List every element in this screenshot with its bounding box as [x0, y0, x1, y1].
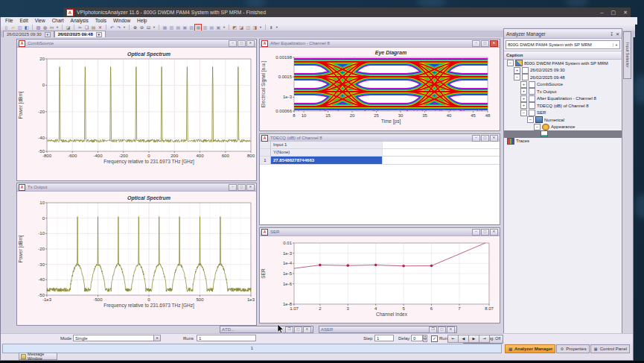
tree-expander-icon[interactable]: + [520, 88, 527, 95]
paste-icon[interactable]: ▤ [90, 25, 96, 31]
trace-style-2-icon[interactable]: ◪ [238, 25, 244, 31]
print-icon[interactable]: ▭ [49, 25, 55, 31]
chart-wizard-icon[interactable]: ▧ [36, 25, 42, 31]
tree-item-tdecq-db-of-channel-8[interactable]: +TDECQ (dB) of Channel 8 [504, 102, 622, 110]
panel-minimize-button[interactable]: – [472, 229, 480, 236]
search-icon[interactable]: ◍ [42, 25, 48, 31]
zoom-fit-icon[interactable]: ⊡ [145, 25, 151, 31]
toolbar-overflow-arrow[interactable]: ▼ [259, 25, 262, 29]
layout-2x1-icon[interactable]: ▥ [168, 25, 174, 31]
window-maximize-button[interactable]: ▢ [611, 10, 616, 16]
tree-expander-icon[interactable]: + [514, 67, 520, 74]
minimized-close-button[interactable]: ✕ [447, 326, 455, 333]
undo-icon[interactable]: ↶ [109, 25, 115, 31]
analyzer-manager-titlebar[interactable]: Analyzer Manager ↧ ✕ [504, 29, 622, 39]
layout-tile-icon[interactable]: ▦ [195, 25, 201, 31]
layout-cascade-icon[interactable]: ▥ [202, 25, 208, 31]
menu-file[interactable]: File [5, 18, 13, 23]
trace-style-3-icon[interactable]: ◫ [245, 25, 251, 31]
caption-column-header[interactable]: Caption [504, 51, 622, 60]
run-checkbox[interactable]: ✓ [431, 335, 438, 342]
tree-item-800g-dwdm-pam4-system-with-sp-mrm[interactable]: −800G DWDM PAM4 System with SP MRM [504, 60, 622, 67]
panel-close-button[interactable]: ✕ [490, 40, 498, 47]
layout-2x2-icon[interactable]: ▣ [182, 25, 188, 31]
tree-checkbox[interactable] [529, 95, 535, 102]
layout-vertical-icon[interactable]: ▣ [215, 25, 221, 31]
menu-edit[interactable]: Edit [19, 18, 28, 23]
panel-maximize-button[interactable]: ▢ [481, 135, 489, 142]
trace-style-4-icon[interactable]: ◨ [252, 25, 258, 31]
minimized-window-tdecq[interactable]: ATD...❐▢✕ [220, 326, 313, 333]
panel-minimize-button[interactable]: – [472, 40, 480, 47]
delay-spinner[interactable]: ▲▼ [423, 335, 427, 341]
panel-maximize-button[interactable]: ▢ [237, 40, 246, 47]
tree-checkbox[interactable] [522, 74, 529, 81]
toolbar-overflow-arrow[interactable]: ▼ [153, 25, 156, 29]
tree-checkbox[interactable] [529, 110, 535, 116]
tree-item-selected[interactable] [504, 130, 622, 138]
panel-close-button[interactable]: ✕ [490, 229, 498, 236]
runs-input[interactable]: 1 [197, 335, 256, 341]
dock-tab-control-panel[interactable]: ▦Control Panel [590, 344, 630, 353]
mode-dropdown[interactable]: Single ▼ [73, 335, 161, 341]
tree-expander-icon[interactable]: − [514, 74, 520, 81]
run-forward-button[interactable]: ▶ [468, 335, 479, 343]
panel-maximize-button[interactable]: ▢ [237, 184, 246, 191]
dock-tab-analyzer-manager[interactable]: ▤Analyzer Manager [505, 344, 555, 353]
tree-item-traces[interactable]: Traces [504, 138, 622, 145]
tree-item-26-02-2025-09-30[interactable]: +26/02/2025 09:30 [504, 67, 622, 75]
input-selector-tab[interactable]: Input Selector [623, 31, 631, 79]
tree-item-tx-output[interactable]: +Tx Output [504, 88, 622, 95]
panel-close-button[interactable]: ✕ [246, 40, 255, 47]
tree-item-ser[interactable]: −SER [504, 110, 622, 117]
save-workspace-icon[interactable]: ◧ [24, 25, 30, 31]
minimized-restore-button[interactable]: ❐ [429, 326, 437, 333]
save-icon[interactable]: ◫ [17, 25, 23, 31]
minimized-maximize-button[interactable]: ▢ [294, 326, 302, 333]
zoom-in-icon[interactable]: ⊕ [132, 25, 138, 31]
panel-maximize-button[interactable]: ▢ [481, 229, 489, 236]
menu-tools[interactable]: Tools [95, 18, 106, 23]
close-icon[interactable]: ✕ [616, 31, 619, 37]
tree-expander-icon[interactable]: − [507, 60, 514, 66]
panel-minimize-button[interactable]: – [229, 40, 237, 47]
app-titlebar[interactable]: A VPIphotonicsAnalyzer 11.6 - 800G DWDM … [63, 7, 631, 17]
tdecq-value-cell[interactable]: 27.85486278744663 [271, 157, 383, 164]
menu-help[interactable]: Help [137, 18, 147, 23]
tree-checkbox[interactable] [522, 67, 529, 74]
tree-item-appearance[interactable]: −Appearance [504, 124, 622, 131]
window-close-button[interactable]: ✕ [623, 10, 628, 16]
toolbar-overflow-arrow[interactable]: ▼ [275, 25, 278, 29]
layout-single-icon[interactable]: ▦ [162, 25, 168, 31]
run-to-end-button[interactable]: ⇥ [479, 335, 490, 343]
panel-close-button[interactable]: ✕ [246, 184, 255, 191]
minimized-window-ser[interactable]: ASER❐▢✕ [319, 326, 457, 333]
tdecq-subheader[interactable]: Y(None) [271, 149, 383, 156]
menu-analysis[interactable]: Analysis [71, 18, 89, 23]
panel-maximize-button[interactable]: ▢ [481, 40, 489, 47]
menu-view[interactable]: View [35, 18, 45, 23]
tdecq-row-index[interactable]: 1 [260, 157, 271, 164]
layout-3x2-icon[interactable]: ▧ [188, 25, 194, 31]
delete-icon[interactable]: ✕ [97, 25, 103, 31]
run-back-button[interactable]: ◀ [458, 335, 469, 343]
minimized-restore-button[interactable]: ❐ [285, 326, 293, 333]
trace-style-1-icon[interactable]: ◩ [232, 25, 237, 31]
run-to-start-button[interactable]: ⇤ [447, 335, 459, 343]
tab-dropdown-icon[interactable]: ▼ [96, 32, 102, 37]
minimized-maximize-button[interactable]: ▢ [438, 326, 446, 333]
tree-expander-icon[interactable]: − [520, 110, 527, 116]
window-minimize-button[interactable]: – [601, 10, 604, 16]
menu-window[interactable]: Window [113, 18, 130, 23]
tree-expander-icon[interactable]: − [534, 124, 541, 130]
toolbar-overflow-arrow[interactable]: ▼ [223, 25, 226, 29]
step-input[interactable]: 1 [374, 335, 394, 341]
panel-minimize-button[interactable]: – [472, 135, 480, 142]
cut-icon[interactable]: ✂ [77, 25, 83, 31]
copy-icon[interactable]: ❏ [83, 25, 89, 31]
tree-expander-icon[interactable]: + [520, 102, 527, 109]
layout-horizontal-icon[interactable]: ▤ [208, 25, 214, 31]
tree-checkbox[interactable] [529, 102, 535, 109]
open-folder-icon[interactable]: ▱ [10, 25, 16, 31]
tab-dropdown-icon[interactable]: ▼ [45, 32, 51, 37]
